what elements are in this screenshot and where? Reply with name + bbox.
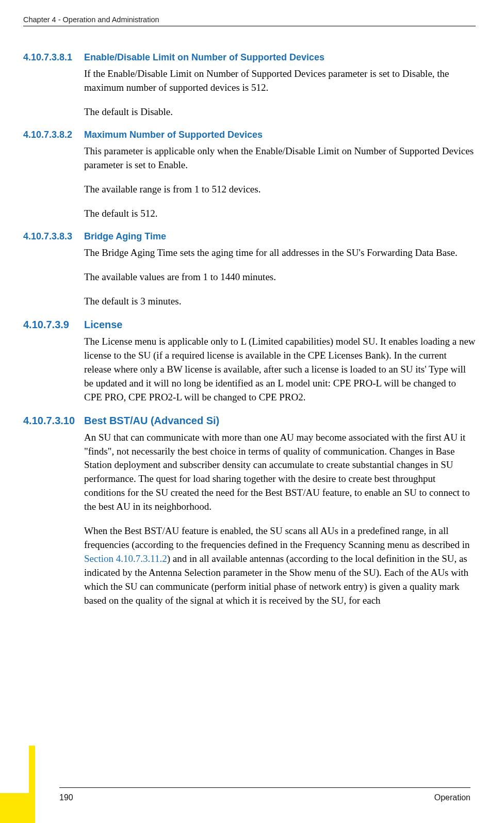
paragraph: The default is Disable. <box>84 105 476 119</box>
section-body: The License menu is applicable only to L… <box>84 335 476 405</box>
side-tab-decor <box>29 746 35 823</box>
section-body: An SU that can communicate with more tha… <box>84 431 476 608</box>
section-number: 4.10.7.3.8.2 <box>23 130 84 140</box>
section-title: Maximum Number of Supported Devices <box>84 130 476 140</box>
section-body: If the Enable/Disable Limit on Number of… <box>84 67 476 119</box>
paragraph: The available values are from 1 to 1440 … <box>84 270 476 284</box>
footer-right-text: Operation <box>434 793 470 802</box>
page-number: 190 <box>59 793 73 802</box>
page-content: Chapter 4 - Operation and Administration… <box>0 0 504 608</box>
section-number: 4.10.7.3.10 <box>23 415 84 427</box>
paragraph: The License menu is applicable only to L… <box>84 335 476 405</box>
page-footer: 190 Operation <box>23 787 470 802</box>
section-title: Best BST/AU (Advanced Si) <box>84 415 476 427</box>
section-body: This parameter is applicable only when t… <box>84 144 476 221</box>
section-number: 4.10.7.3.8.1 <box>23 52 84 63</box>
text: When the Best BST/AU feature is enabled,… <box>84 525 470 550</box>
paragraph: When the Best BST/AU feature is enabled,… <box>84 524 476 608</box>
section-title: Enable/Disable Limit on Number of Suppor… <box>84 52 476 63</box>
paragraph: If the Enable/Disable Limit on Number of… <box>84 67 476 95</box>
section-heading: 4.10.7.3.10 Best BST/AU (Advanced Si) <box>23 415 476 427</box>
section-title: Bridge Aging Time <box>84 231 476 242</box>
paragraph: An SU that can communicate with more tha… <box>84 431 476 514</box>
paragraph: The available range is from 1 to 512 dev… <box>84 183 476 197</box>
footer-divider <box>59 787 470 788</box>
section-title: License <box>84 319 476 331</box>
section-number: 4.10.7.3.9 <box>23 319 84 331</box>
section-heading: 4.10.7.3.8.1 Enable/Disable Limit on Num… <box>23 52 476 63</box>
running-head: Chapter 4 - Operation and Administration <box>23 15 476 26</box>
paragraph: This parameter is applicable only when t… <box>84 144 476 172</box>
cross-reference-link[interactable]: Section 4.10.7.3.11.2 <box>84 553 167 564</box>
section-heading: 4.10.7.3.9 License <box>23 319 476 331</box>
section-number: 4.10.7.3.8.3 <box>23 231 84 242</box>
section-heading: 4.10.7.3.8.2 Maximum Number of Supported… <box>23 130 476 140</box>
paragraph: The Bridge Aging Time sets the aging tim… <box>84 246 476 260</box>
section-heading: 4.10.7.3.8.3 Bridge Aging Time <box>23 231 476 242</box>
corner-tab-decor <box>0 793 29 823</box>
section-body: The Bridge Aging Time sets the aging tim… <box>84 246 476 309</box>
paragraph: The default is 3 minutes. <box>84 295 476 309</box>
paragraph: The default is 512. <box>84 207 476 221</box>
